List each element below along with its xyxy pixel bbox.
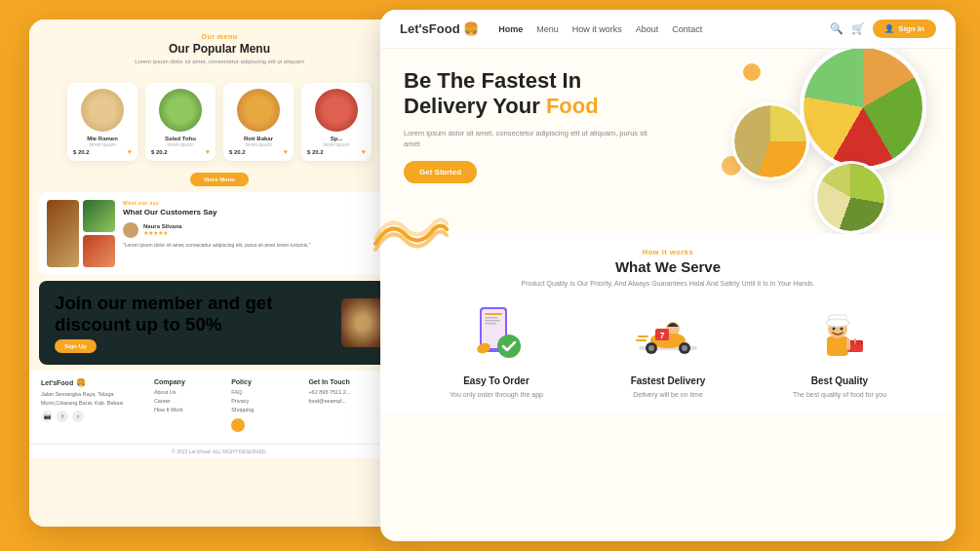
left-top-section: Our menu Our Popular Menu Lorem ipsum do… <box>29 20 410 75</box>
hero-title: Be The Fastest InDelivery Your Food <box>404 68 657 120</box>
footer-company-col: Company About Us Career How It Work <box>154 378 225 435</box>
footer-faq[interactable]: FAQ <box>231 388 302 397</box>
svg-rect-3 <box>485 313 502 315</box>
heart-icon-salad: ♥ <box>206 148 210 155</box>
popular-menu-title: Our Popular Menu <box>45 42 394 56</box>
navigation: Let'sFood 🍔 Home Menu How it works About… <box>380 10 956 49</box>
hero-subtitle: Lorem ipsum dolor sit amet, consectetur … <box>404 128 657 150</box>
nav-how-it-works[interactable]: How it works <box>572 24 622 34</box>
menu-items-row: Mie Ramen lorem ipsum $ 20.2 ♥ Salad Toh… <box>29 75 410 169</box>
delivery-name: Fastest Delivery <box>590 375 746 386</box>
quality-icon <box>805 299 874 368</box>
hero-food-sm1 <box>731 102 809 180</box>
svg-point-14 <box>682 345 687 351</box>
svg-rect-4 <box>485 317 498 319</box>
testimonial-title: What Our Customers Say <box>123 208 392 217</box>
nav-about[interactable]: About <box>636 24 659 34</box>
svg-rect-28 <box>849 342 861 343</box>
footer-how-it-work[interactable]: How It Work <box>154 406 225 414</box>
svg-rect-5 <box>485 320 500 322</box>
delivery-desc: Delivery will be on time <box>590 390 746 400</box>
svg-point-29 <box>833 327 836 330</box>
orange-dot-decoration <box>231 418 245 432</box>
copyright: © 2022 Let'sFood. ALL RIGHT RESERVED. <box>29 444 410 458</box>
right-panel: Let'sFood 🍔 Home Menu How it works About… <box>380 10 956 541</box>
how-it-works-section: How it works What We Serve Product Quali… <box>380 234 956 413</box>
promo-food-image <box>341 298 384 347</box>
quality-desc: The best quality of food for you <box>762 390 918 400</box>
service-best-quality: Best Quality The best quality of food fo… <box>762 299 918 400</box>
footer-policy-col: Policy FAQ Privacy Shopping <box>231 378 302 435</box>
svg-point-30 <box>841 327 843 330</box>
instagram-icon[interactable]: 📷 <box>41 411 53 422</box>
testimonial-images <box>47 200 115 267</box>
signup-button[interactable]: Sign Up <box>55 339 97 353</box>
delivery-icon: 7 <box>634 299 702 368</box>
cart-button[interactable]: 🛒 <box>851 22 865 35</box>
get-started-button[interactable]: Get Started <box>404 161 477 183</box>
nav-icons: 🔍 🛒 👤 Sign In <box>830 20 936 38</box>
food-img-2 <box>83 200 115 232</box>
footer-brand-col: Let'sFood 🍔 Jalan Semangka Raya, Telaga … <box>41 378 148 435</box>
quality-name: Best Quality <box>762 375 918 386</box>
user-icon: 👤 <box>884 24 894 33</box>
facebook-icon[interactable]: f <box>57 411 68 422</box>
reviewer-stars: ★★★★★ <box>143 229 182 236</box>
nav-logo: Let'sFood 🍔 <box>400 21 479 36</box>
svg-point-12 <box>648 345 654 351</box>
svg-rect-27 <box>854 338 856 344</box>
left-footer: Let'sFood 🍔 Jalan Semangka Raya, Telaga … <box>29 371 410 443</box>
footer-about-us[interactable]: About Us <box>154 388 225 397</box>
what-we-serve-desc: Product Quality Is Our Priority, And Alw… <box>400 279 936 290</box>
testimonial-tag: What our say <box>123 200 392 206</box>
heart-icon-other: ♥ <box>362 148 366 155</box>
menu-card-ramen[interactable]: Mie Ramen lorem ipsum $ 20.2 ♥ <box>67 83 137 161</box>
more-menu-button[interactable]: More Menu <box>190 173 249 186</box>
footer-socials: 📷 f t <box>41 411 148 422</box>
promo-banner: Join our member and get discount up to 5… <box>39 281 400 365</box>
promo-title: Join our member and get discount up to 5… <box>55 293 341 335</box>
reviewer-avatar <box>123 222 138 238</box>
food-img-3 <box>83 235 115 267</box>
hero-section: Be The Fastest InDelivery Your Food Lore… <box>380 49 956 234</box>
nav-menu[interactable]: Menu <box>536 24 559 34</box>
our-menu-label: Our menu <box>45 33 394 40</box>
svg-point-7 <box>497 335 521 358</box>
hero-content: Be The Fastest InDelivery Your Food Lore… <box>404 68 657 183</box>
signin-button[interactable]: 👤 Sign In <box>873 20 936 38</box>
footer-shopping[interactable]: Shopping <box>231 406 302 414</box>
footer-policy-title: Policy <box>231 378 302 385</box>
nav-links: Home Menu How it works About Contact <box>498 24 830 34</box>
hero-food-sm2 <box>814 161 887 234</box>
footer-address: Jalan Semangka Raya, Telaga Murni,Cikara… <box>41 390 148 408</box>
svg-text:7: 7 <box>659 331 664 340</box>
footer-career[interactable]: Career <box>154 397 225 406</box>
service-cards: Easy To Order You only order through the… <box>400 299 936 400</box>
what-we-serve-title: What We Serve <box>400 258 936 275</box>
footer-privacy[interactable]: Privacy <box>231 397 302 406</box>
footer-company-title: Company <box>154 378 225 385</box>
left-panel: Our menu Our Popular Menu Lorem ipsum do… <box>29 20 410 527</box>
menu-price-roti: $ 20.2 <box>229 149 246 155</box>
heart-icon-roti: ♥ <box>284 148 288 155</box>
service-fastest-delivery: 7 Fastest Delivery Delivery will be on t… <box>590 299 746 400</box>
menu-card-roti[interactable]: Roti Bakar lorem ipsum $ 20.2 ♥ <box>223 83 294 161</box>
service-easy-order: Easy To Order You only order through the… <box>418 299 574 400</box>
nav-contact[interactable]: Contact <box>672 24 702 34</box>
food-img-1 <box>47 200 79 267</box>
promo-content: Join our member and get discount up to 5… <box>55 293 341 353</box>
easy-order-name: Easy To Order <box>418 375 574 386</box>
search-button[interactable]: 🔍 <box>830 22 843 35</box>
deco-circle-1 <box>743 63 761 81</box>
popular-menu-subtitle: Lorem ipsum dolor sit amet, consectetur … <box>45 58 394 65</box>
nav-home[interactable]: Home <box>498 24 523 34</box>
nav-logo-icon: 🍔 <box>463 21 479 36</box>
svg-rect-31 <box>846 338 850 350</box>
how-it-works-tag: How it works <box>400 248 936 256</box>
heart-icon-ramen: ♥ <box>128 148 132 155</box>
menu-price-salad: $ 20.2 <box>151 149 168 155</box>
twitter-icon[interactable]: t <box>72 411 84 422</box>
footer-brand: Let'sFood 🍔 <box>41 378 148 387</box>
menu-card-other[interactable]: Sp... lorem ipsum $ 20.2 ♥ <box>301 83 372 161</box>
menu-card-salad[interactable]: Salad Tohu lorem ipsum $ 20.2 ♥ <box>145 83 216 161</box>
